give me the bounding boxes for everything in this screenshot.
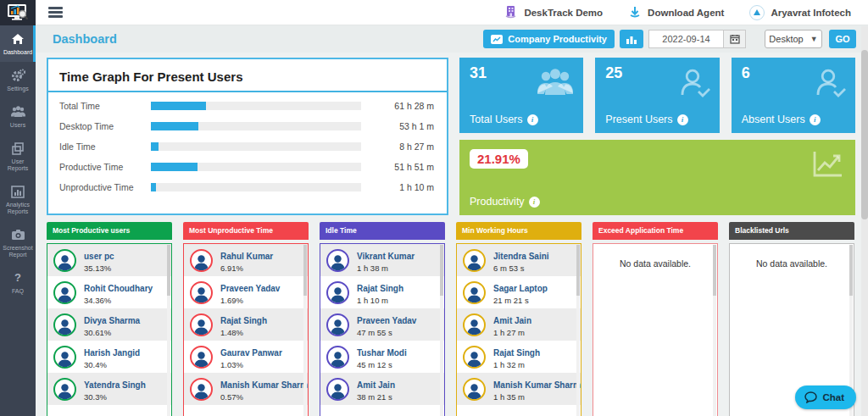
company-demo-label: DeskTrack Demo [524, 8, 603, 18]
avatar [463, 281, 486, 304]
sidebar-item-dashboard[interactable]: Dashboard [0, 25, 36, 62]
column-chart-icon [626, 35, 637, 44]
avatar [326, 249, 349, 272]
chevron-down-icon: ▼ [810, 35, 818, 43]
gear-icon [10, 69, 26, 83]
list-item[interactable]: Amit Jain38 m 21 s [320, 373, 444, 405]
scrollbar[interactable] [303, 245, 307, 416]
list-item[interactable]: Harish Jangid30.4% [47, 341, 171, 373]
sidebar-item-analytics-reports[interactable]: Analytics Reports [0, 178, 36, 221]
list-item[interactable]: Rajat Singh1 h 10 m [320, 276, 444, 308]
calendar-button[interactable] [723, 30, 746, 48]
bar-fill [151, 183, 156, 191]
users-group-icon [536, 66, 575, 100]
line-chart-icon [491, 35, 503, 44]
info-icon[interactable]: i [677, 114, 688, 125]
account-link[interactable]: Aryavrat Infotech [749, 5, 851, 20]
list-item[interactable]: Yatendra Singh30.3% [47, 373, 171, 405]
device-select[interactable]: Desktop ▼ [765, 30, 822, 48]
list-item[interactable]: Manish Kumar Sharma1 h 35 m [457, 373, 581, 405]
building-icon [504, 4, 518, 20]
bar-track [151, 102, 361, 110]
no-data-text: No data available. [593, 244, 717, 269]
avatar [53, 313, 76, 336]
column-list: Vikrant Kumar1 h 38 m Rajat Singh1 h 10 … [320, 243, 445, 416]
list-item[interactable]: Rahul Kumar6.91% [184, 244, 308, 276]
download-agent-link[interactable]: Download Agent [628, 5, 724, 20]
avatar [463, 249, 486, 272]
list-item[interactable]: Manish Kumar Sharma0.57% [184, 373, 308, 405]
scrollbar[interactable] [576, 245, 580, 416]
list-item[interactable]: Tushar Modi45 m 12 s [320, 341, 444, 373]
column-header: Idle Time [320, 222, 445, 240]
company-demo-link[interactable]: DeskTrack Demo [504, 4, 603, 20]
list-item[interactable]: Sagar Laptop21 m 21 s [457, 276, 581, 308]
column-header: Blacklisted Urls [729, 222, 854, 240]
list-item[interactable]: Gaurav Panwar1.03% [184, 341, 308, 373]
sidebar-item-user-reports[interactable]: User Reports [0, 135, 36, 178]
account-label: Aryavrat Infotech [771, 8, 851, 18]
avatar [326, 313, 349, 336]
sidebar: Dashboard Settings Users [0, 25, 36, 416]
bar-chart-icon [10, 185, 26, 199]
page-scrollbar[interactable] [861, 26, 868, 416]
absent-users-card[interactable]: 6 Absent Users i [732, 58, 855, 133]
scrollbar[interactable] [167, 245, 170, 416]
sidebar-item-screenshot-report[interactable]: Screenshot Report [0, 221, 36, 264]
list-item[interactable]: Rajat Singh1 h 32 m [457, 341, 581, 373]
desktrack-logo[interactable] [0, 0, 36, 25]
time-graph-title: Time Graph For Present Users [59, 69, 434, 84]
bar-track [151, 163, 361, 171]
download-icon [628, 5, 642, 20]
bar-track [151, 142, 361, 151]
list-item[interactable]: Praveen Yadav47 m 55 s [320, 308, 444, 341]
list-item[interactable]: user pc35.13% [47, 244, 171, 276]
menu-toggle-icon[interactable] [48, 5, 63, 20]
list-item[interactable]: Vikrant Kumar1 h 38 m [320, 244, 444, 276]
time-row-productive: Productive Time 51 h 51 m [59, 157, 434, 177]
avatar [190, 346, 213, 369]
list-item[interactable]: Rohit Choudhary34.36% [47, 276, 171, 308]
column-most-unproductive-time: Most Unproductive Time Rahul Kumar6.91% … [183, 222, 309, 416]
column-header: Exceed Application Time [593, 222, 718, 240]
bar-fill [151, 142, 159, 151]
total-users-card[interactable]: 31 Total Users i [459, 58, 583, 133]
list-item[interactable]: Praveen Yadav1.69% [184, 276, 308, 308]
avatar [53, 249, 76, 272]
sidebar-item-users[interactable]: Users [0, 98, 36, 135]
sidebar-item-faq[interactable]: ? FAQ [0, 264, 36, 301]
company-productivity-button[interactable]: Company Productivity [483, 30, 615, 48]
go-button[interactable]: GO [829, 30, 856, 48]
sidebar-item-settings[interactable]: Settings [0, 62, 36, 98]
leaderboard-columns: Most Productive users user pc35.13% Rohi… [47, 222, 868, 416]
calendar-icon [730, 34, 740, 44]
present-users-card[interactable]: 25 Present Users i [595, 58, 719, 133]
scrollbar[interactable] [440, 245, 443, 416]
bar-fill [151, 163, 198, 171]
info-icon[interactable]: i [810, 114, 821, 125]
list-item[interactable]: Jitendra Saini6 m 53 s [457, 244, 581, 276]
list-item[interactable]: Rajat Singh1.48% [184, 308, 308, 341]
copy-pages-icon [10, 141, 26, 156]
list-item[interactable]: Amit Jain1 h 27 m [457, 308, 581, 341]
date-input[interactable] [648, 30, 723, 48]
column-header: Most Unproductive Time [183, 222, 309, 240]
column-header: Most Productive users [47, 222, 172, 240]
scrollbar[interactable] [713, 245, 716, 416]
column-exceed-application-time: Exceed Application Time No data availabl… [593, 222, 718, 416]
avatar [326, 346, 349, 369]
bar-fill [151, 122, 198, 130]
avatar [190, 313, 213, 336]
info-icon[interactable]: i [527, 114, 538, 125]
time-row-idle: Idle Time 8 h 27 m [59, 136, 434, 157]
chart-view-button[interactable] [620, 30, 643, 48]
list-item[interactable]: Divya Sharma30.61% [47, 308, 171, 341]
chat-button[interactable]: Chat [795, 385, 856, 409]
download-agent-label: Download Agent [648, 8, 724, 18]
trend-up-icon [811, 148, 845, 182]
home-icon [10, 32, 26, 47]
productivity-card[interactable]: 21.91% Productivity i [459, 140, 855, 215]
user-check-icon [813, 66, 847, 102]
info-icon[interactable]: i [529, 197, 540, 208]
user-check-icon [677, 66, 711, 102]
